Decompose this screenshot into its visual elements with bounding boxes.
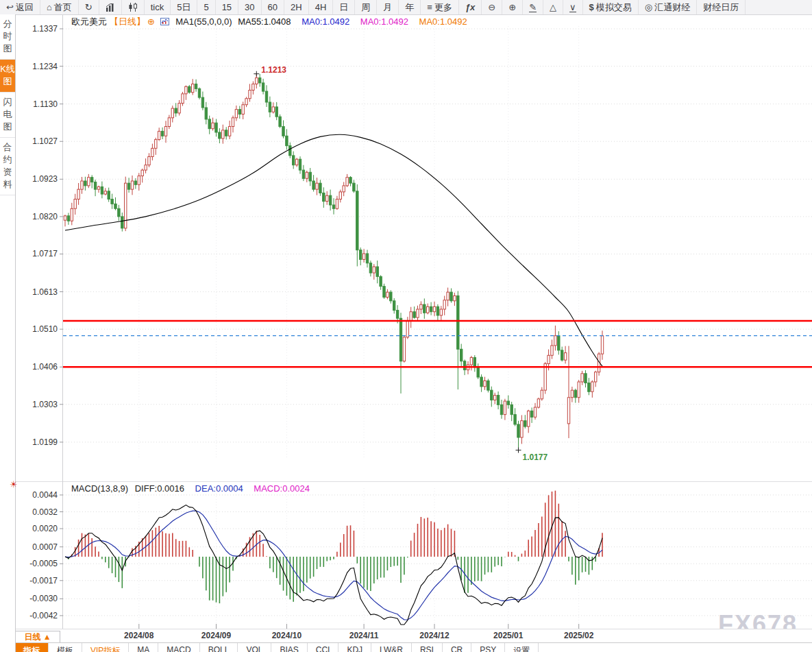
tab-indicator[interactable]: 指标 [15,643,49,652]
macd-axis-label: 0.0032 [22,507,58,517]
tick-button[interactable]: tick [145,0,171,14]
sim-trade-button[interactable]: $模拟交易 [583,0,639,14]
tab-kdj[interactable]: KDJ [339,643,371,652]
period-tag: 【日线】 [110,16,145,27]
macd-axis-label: -0.0042 [22,611,58,620]
tab-cr[interactable]: CR [443,643,471,652]
ma0-value-2: MA0:1.0492 [360,16,408,27]
tab-cci[interactable]: CCI [308,643,339,652]
line-chart-button[interactable] [99,0,122,14]
sidebar-item-flash-chart[interactable]: 闪电图 [0,93,15,138]
price-axis-label: 1.0820 [22,212,58,221]
period-60-button[interactable]: 60 [262,0,284,14]
price-axis-label: 1.0303 [22,400,58,409]
tab-template[interactable]: 模板 [49,643,82,652]
home-label: 首页 [54,1,72,14]
period-5-button[interactable]: 5 [197,0,215,14]
tab-psy[interactable]: PSY [471,643,505,652]
macd-axis-label: 0.0020 [22,524,58,533]
period-week-button[interactable]: 周 [355,0,377,14]
chart-canvas[interactable] [0,0,812,652]
tab-macd[interactable]: MACD [158,643,199,652]
candle-chart-button[interactable] [122,0,145,14]
bottom-tab-bar: 指标模板VIP指标MAMACDBOLLVOLBIASCCIKDJLW&RRSIC… [15,642,812,652]
period-5d-button[interactable]: 5日 [171,0,197,14]
dollar-icon: $ [589,3,594,12]
tab-vol[interactable]: VOL [238,643,271,652]
x-axis-label: 2024/11 [340,631,388,640]
sim-trade-label: 模拟交易 [596,1,632,14]
tab-bias[interactable]: BIAS [271,643,307,652]
price-chart-header: 欧元美元【日线】⊕ MA1(55,0,0,0) MA55:1.0408 MA0:… [71,16,467,28]
sidebar-item-kline-chart[interactable]: K线图 [0,60,15,93]
huitong-button[interactable]: ◎汇通财经 [639,0,697,14]
x-axis-label: 2025/01 [484,631,532,640]
menu-icon: ≡ [427,3,432,12]
period-day-button[interactable]: 日 [333,0,355,14]
period-2h-button[interactable]: 2H [284,0,309,14]
sidebar-item-time-chart[interactable]: 分时图 [0,14,15,60]
x-axis-label: 2025/02 [555,631,603,640]
period-2h-label: 2H [291,2,302,12]
period-15-label: 15 [222,2,232,12]
candles-icon [128,3,138,12]
macd-axis-label: 0.0007 [22,542,58,552]
period-30-label: 30 [245,2,254,12]
period-30-button[interactable]: 30 [238,0,261,14]
ma0-value-1: MA0:1.0492 [302,16,349,27]
x-axis-label: 2024/12 [410,631,458,640]
huitong-label: 汇通财经 [654,1,690,14]
formula-button[interactable]: ƒx [459,0,482,14]
back-button[interactable]: ↩返回 [0,0,40,14]
period-month-button[interactable]: 月 [377,0,399,14]
price-axis-label: 1.1234 [22,62,58,71]
period-4h-button[interactable]: 4H [309,0,334,14]
draw-button[interactable]: ✎ [523,0,543,14]
period-week-label: 周 [361,1,370,14]
toolbar: ↩返回⌂首页↻tick5日51530602H4H日周月年≡更多ƒx⊖⊕✎△∨$模… [0,0,812,15]
price-axis-label: 1.0717 [22,249,58,258]
home-button[interactable]: ⌂首页 [40,0,79,14]
sidebar-item-contract-info[interactable]: 合约资料 [0,138,15,195]
ma55-value: MA55:1.0408 [238,16,291,27]
x-axis-label: 2024/10 [262,631,310,640]
ma0-value-3: MA0:1.0492 [419,16,467,27]
price-axis-label: 1.0199 [22,437,58,447]
price-axis-label: 1.0923 [22,174,58,184]
period-selector-button[interactable]: 日线 ▲ [15,631,60,643]
zoom-out-button[interactable]: ⊖ [482,0,502,14]
macd-dea-value: DEA:0.0004 [195,483,243,494]
bar-chart-icon [106,3,115,12]
period-year-button[interactable]: 年 [399,0,421,14]
tab-boll[interactable]: BOLL [200,643,238,652]
tab-ma[interactable]: MA [129,643,158,652]
more-button[interactable]: ≡更多 [421,0,459,14]
refresh-button[interactable]: ↻ [79,0,99,14]
macd-settings-icon[interactable]: ☀ [10,479,18,490]
calendar-label: 财经日历 [703,1,739,14]
high-price-annotation: 1.1213 [261,65,286,75]
arrow-back-icon: ↩ [6,3,14,12]
period-5-label: 5 [204,2,208,12]
tab-lwr[interactable]: LW&R [371,643,412,652]
tab-vip-indicator[interactable]: VIP指标 [82,643,129,652]
period-60-label: 60 [268,2,278,12]
calendar-button[interactable]: 财经日历 [697,0,746,14]
period-4h-label: 4H [315,2,327,12]
period-15-button[interactable]: 15 [216,0,238,14]
tick-label: tick [151,2,164,12]
triangle-up-icon: △ [550,3,556,12]
tab-rsi[interactable]: RSI [412,643,443,652]
compass-icon: ◎ [645,3,652,12]
macd-axis-label: -0.0030 [22,594,58,603]
fx-icon: ƒx [465,3,475,12]
tab-settings[interactable]: 设置 [505,643,539,652]
add-favorite-icon[interactable]: ⊕ [147,16,155,27]
zoom-in-button[interactable]: ⊕ [502,0,523,14]
period-day-label: 日 [339,1,348,14]
triangle-up-button[interactable]: △ [543,0,563,14]
triangle-down-button[interactable]: ∨ [563,0,583,14]
price-axis-label: 1.0406 [22,362,58,372]
zoom-in-icon: ⊕ [508,3,516,12]
triangle-down-icon: ∨ [569,3,576,12]
